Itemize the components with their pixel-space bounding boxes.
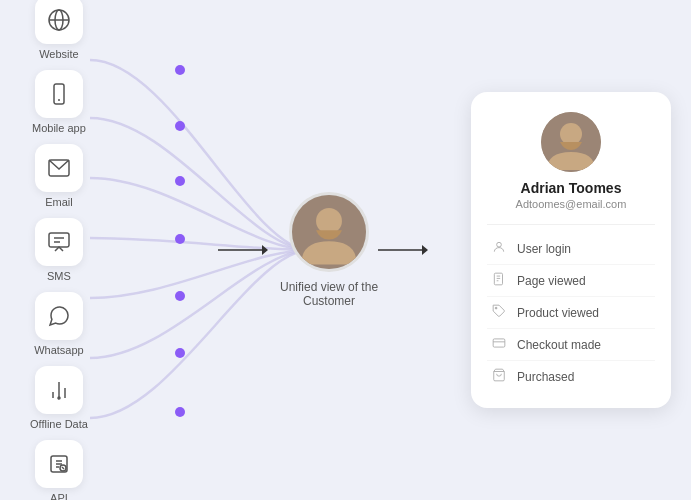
purchased-label: Purchased (517, 370, 574, 384)
mobile-icon (47, 82, 71, 106)
profile-item-product-viewed: Product viewed (487, 297, 655, 329)
checkout-made-icon (491, 336, 507, 353)
sources-column: Website Mobile app Email (30, 0, 88, 500)
svg-point-16 (175, 65, 185, 75)
sms-icon-box (35, 218, 83, 266)
user-login-icon (491, 240, 507, 257)
mobile-app-icon-box (35, 70, 83, 118)
source-item-whatsapp: Whatsapp (30, 292, 88, 356)
page-viewed-icon (491, 272, 507, 289)
center-person-image (292, 192, 366, 272)
source-item-website: Website (30, 0, 88, 60)
profile-divider (487, 224, 655, 225)
email-label: Email (45, 196, 73, 208)
svg-rect-32 (494, 273, 502, 285)
profile-item-checkout-made: Checkout made (487, 329, 655, 361)
offline-data-icon-box (35, 366, 83, 414)
profile-card: Adrian Toomes Adtoomes@email.com User lo… (471, 92, 671, 408)
svg-point-18 (175, 176, 185, 186)
source-item-offline-data: Offline Data (30, 366, 88, 430)
whatsapp-icon-box (35, 292, 83, 340)
svg-point-22 (175, 407, 185, 417)
api-label: API (50, 492, 68, 500)
svg-point-9 (58, 397, 60, 399)
product-viewed-label: Product viewed (517, 306, 599, 320)
profile-item-page-viewed: Page viewed (487, 265, 655, 297)
purchased-icon (491, 368, 507, 385)
page-viewed-label: Page viewed (517, 274, 586, 288)
user-login-label: User login (517, 242, 571, 256)
svg-point-31 (497, 242, 502, 247)
whatsapp-icon (47, 304, 71, 328)
profile-item-purchased: Purchased (487, 361, 655, 392)
whatsapp-label: Whatsapp (34, 344, 84, 356)
center-container: Unified view of the Customer (280, 192, 378, 308)
product-viewed-icon (491, 304, 507, 321)
website-icon-box (35, 0, 83, 44)
profile-image (541, 112, 601, 172)
sms-icon (47, 230, 71, 254)
offline-icon (47, 378, 71, 402)
offline-data-label: Offline Data (30, 418, 88, 430)
email-icon (47, 156, 71, 180)
source-item-mobile-app: Mobile app (30, 70, 88, 134)
profile-email: Adtoomes@email.com (487, 198, 655, 210)
svg-point-36 (495, 307, 497, 309)
center-label-text: Unified view of the Customer (280, 280, 378, 308)
left-arrow (218, 240, 268, 260)
email-icon-box (35, 144, 83, 192)
svg-point-19 (175, 234, 185, 244)
svg-point-20 (175, 291, 185, 301)
svg-rect-37 (493, 339, 505, 347)
api-icon (47, 452, 71, 476)
profile-name: Adrian Toomes (487, 180, 655, 196)
right-arrow (378, 240, 428, 260)
svg-marker-24 (262, 245, 268, 255)
source-item-sms: SMS (30, 218, 88, 282)
svg-point-21 (175, 348, 185, 358)
svg-rect-6 (49, 233, 69, 247)
globe-icon (47, 8, 71, 32)
profile-avatar (541, 112, 601, 172)
api-icon-box (35, 440, 83, 488)
sms-label: SMS (47, 270, 71, 282)
profile-item-user-login: User login (487, 233, 655, 265)
website-label: Website (39, 48, 79, 60)
center-label: Unified view of the Customer (280, 280, 378, 308)
main-container: Website Mobile app Email (0, 0, 691, 500)
source-item-api: API (30, 440, 88, 500)
svg-point-17 (175, 121, 185, 131)
mobile-app-label: Mobile app (32, 122, 86, 134)
center-avatar (289, 192, 369, 272)
source-item-email: Email (30, 144, 88, 208)
svg-marker-28 (422, 245, 428, 255)
checkout-made-label: Checkout made (517, 338, 601, 352)
svg-point-30 (560, 123, 582, 145)
svg-point-26 (316, 208, 342, 234)
